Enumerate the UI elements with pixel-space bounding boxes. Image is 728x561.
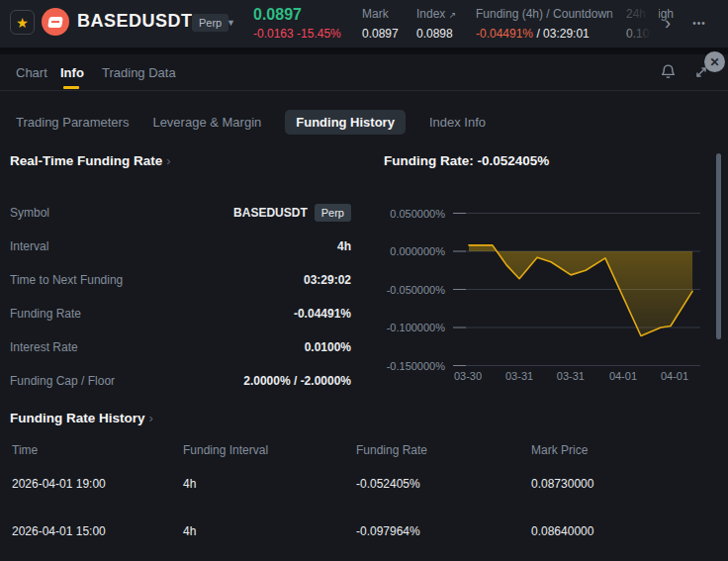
mark-value: 0.0897 xyxy=(362,27,399,41)
chevron-down-icon: ▼ xyxy=(227,18,235,28)
cell-interval: 4h xyxy=(183,524,356,538)
row-label: Time to Next Funding xyxy=(10,273,123,287)
funding-rate-chart-panel: Funding Rate: -0.052405% 0.050000%0.0000… xyxy=(384,153,720,168)
row-label: Funding Cap / Floor xyxy=(10,374,115,388)
svg-text:-0.100000%: -0.100000% xyxy=(387,322,446,333)
index-value: 0.0898 xyxy=(416,27,453,41)
cell-mark-price: 0.08730000 xyxy=(531,477,728,491)
svg-text:-0.150000%: -0.150000% xyxy=(387,360,446,372)
panel-seam xyxy=(0,47,728,54)
chevron-right-icon: › xyxy=(149,411,153,425)
svg-text:-0.050000%: -0.050000% xyxy=(387,284,446,296)
subtab-leverage-margin[interactable]: Leverage & Margin xyxy=(152,115,261,130)
alert-bell-button[interactable] xyxy=(658,63,678,83)
chevron-right-icon: › xyxy=(665,13,671,34)
cell-interval: 4h xyxy=(183,477,356,491)
col-funding-interval: Funding Interval xyxy=(183,443,356,457)
svg-text:0.000000%: 0.000000% xyxy=(390,245,445,257)
info-subtabs: Trading Parameters Leverage & Margin Fun… xyxy=(16,109,486,136)
row-label: Funding Rate xyxy=(10,307,81,321)
subtab-trading-parameters[interactable]: Trading Parameters xyxy=(16,115,129,130)
external-link-icon: ↗ xyxy=(449,10,457,20)
cell-mark-price: 0.08640000 xyxy=(531,524,728,538)
history-table-header: Time Funding Interval Funding Rate Mark … xyxy=(0,440,728,460)
cell-rate: -0.097964% xyxy=(356,524,531,538)
high-value: 0.109 xyxy=(626,27,656,41)
main-tabs: Chart Info Trading Data xyxy=(0,54,728,91)
chart-title: Funding Rate: -0.052405% xyxy=(384,153,720,168)
funding-countdown-value: -0.04491% / 03:29:01 xyxy=(476,27,590,41)
row-value: 0.0100% xyxy=(305,340,351,354)
index-label: Index ↗ xyxy=(416,7,456,21)
row-value: 2.0000% / -2.0000% xyxy=(243,374,351,388)
star-icon: ★ xyxy=(16,15,29,31)
subtab-index-info[interactable]: Index Info xyxy=(429,115,486,130)
ticker-topbar: ★ BASEDUSDT Perp ▼ 0.0897 -0.0163 -15.45… xyxy=(0,0,728,47)
history-heading[interactable]: Funding Rate History› xyxy=(10,409,728,428)
active-tab-underline xyxy=(63,86,79,89)
chevron-right-icon: › xyxy=(166,153,170,168)
bell-icon xyxy=(660,63,677,80)
funding-rate-chart: 0.050000%0.000000%-0.050000%-0.100000%-0… xyxy=(384,203,712,391)
realtime-rows: Symbol BASEDUSDTPerp Interval 4h Time to… xyxy=(10,196,351,398)
table-row: 2026-04-01 19:00 4h -0.052405% 0.0873000… xyxy=(0,474,728,494)
more-menu-button[interactable]: ••• xyxy=(686,10,712,36)
svg-text:03-31: 03-31 xyxy=(557,370,585,382)
svg-text:04-01: 04-01 xyxy=(661,370,688,382)
realtime-funding-panel: Real-Time Funding Rate› Symbol BASEDUSDT… xyxy=(10,153,351,398)
close-widget-button[interactable]: ✕ xyxy=(704,51,725,72)
symbol-title: BASEDUSDT xyxy=(77,11,193,32)
row-value: BASEDUSDTPerp xyxy=(233,204,351,222)
based-token-icon xyxy=(47,17,63,28)
funding-countdown-label: Funding (4h) / Countdown xyxy=(476,7,613,21)
svg-text:03-31: 03-31 xyxy=(505,370,533,382)
cell-time: 2026-04-01 19:00 xyxy=(12,477,183,491)
svg-text:0.050000%: 0.050000% xyxy=(390,208,445,220)
row-label: Interval xyxy=(10,239,48,253)
close-icon: ✕ xyxy=(709,55,719,69)
table-row: 2026-04-01 15:00 4h -0.097964% 0.0864000… xyxy=(0,521,728,541)
col-time: Time xyxy=(12,443,183,457)
favorite-star-button[interactable]: ★ xyxy=(10,10,35,35)
mark-label: Mark xyxy=(362,7,389,21)
row-value: -0.04491% xyxy=(294,307,351,321)
svg-text:03-30: 03-30 xyxy=(454,370,482,382)
funding-history-section: Funding Rate History› Time Funding Inter… xyxy=(0,409,728,541)
realtime-heading[interactable]: Real-Time Funding Rate› xyxy=(10,153,351,168)
cell-rate: -0.052405% xyxy=(356,477,531,491)
tab-chart[interactable]: Chart xyxy=(16,65,47,80)
col-funding-rate: Funding Rate xyxy=(356,443,531,457)
col-mark-price: Mark Price xyxy=(531,443,728,457)
ellipsis-icon: ••• xyxy=(692,18,706,29)
subtab-funding-history[interactable]: Funding History xyxy=(285,110,406,135)
tab-info[interactable]: Info xyxy=(60,65,84,80)
symbol-dropdown-caret[interactable]: ▼ xyxy=(227,16,235,28)
contract-type-badge: Perp xyxy=(192,14,228,32)
row-funding-rate: Funding Rate -0.04491% xyxy=(10,297,351,330)
row-cap-floor: Funding Cap / Floor 2.0000% / -2.0000% xyxy=(10,364,351,398)
row-symbol: Symbol BASEDUSDTPerp xyxy=(10,196,351,230)
row-label: Symbol xyxy=(10,206,49,220)
price-change: -0.0163 -15.45% xyxy=(253,27,341,41)
tab-trading-data[interactable]: Trading Data xyxy=(102,65,176,80)
row-value: 4h xyxy=(337,239,351,253)
vertical-scrollbar-thumb[interactable] xyxy=(716,153,721,339)
stats-scroll-right-button[interactable]: › xyxy=(655,10,681,36)
last-price: 0.0897 xyxy=(253,6,302,24)
perp-badge: Perp xyxy=(315,204,351,222)
row-label: Interest Rate xyxy=(10,340,78,354)
row-interest-rate: Interest Rate 0.0100% xyxy=(10,330,351,364)
row-interval: Interval 4h xyxy=(10,230,351,263)
row-next-funding: Time to Next Funding 03:29:02 xyxy=(10,263,351,297)
cell-time: 2026-04-01 15:00 xyxy=(12,524,183,538)
svg-text:04-01: 04-01 xyxy=(609,370,637,382)
row-value: 03:29:02 xyxy=(304,273,351,287)
coin-logo xyxy=(42,8,69,36)
